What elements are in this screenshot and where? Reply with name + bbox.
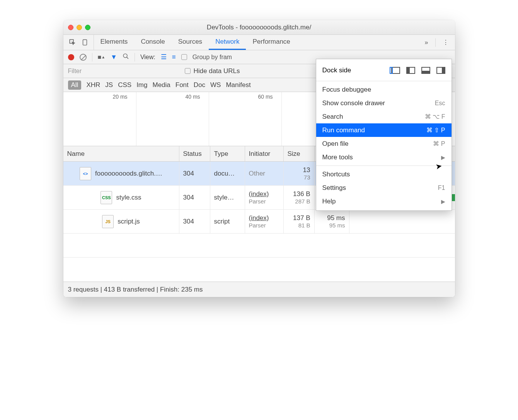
filter-icon[interactable]: ▼ — [111, 53, 117, 61]
col-name[interactable]: Name — [63, 146, 179, 161]
kebab-icon[interactable]: ⋮ — [443, 39, 449, 46]
dock-right-icon[interactable] — [436, 67, 445, 74]
camera-icon[interactable]: ■▲ — [98, 54, 106, 61]
chip-ws[interactable]: WS — [210, 81, 221, 89]
tab-console[interactable]: Console — [134, 35, 171, 50]
menu-item-more-tools[interactable]: More tools▶ — [316, 150, 452, 164]
menu-shortcut: ⌘ ⌥ F — [425, 113, 445, 120]
dock-label: Dock side — [322, 67, 351, 74]
file-icon: <> — [80, 167, 91, 180]
cell-type: script — [210, 210, 245, 233]
cell-type: style… — [210, 186, 245, 209]
table-row[interactable]: JSscript.js304script(index)Parser137 B81… — [63, 210, 455, 234]
hide-urls-label: Hide data URLs — [194, 67, 240, 75]
chip-img[interactable]: Img — [136, 81, 147, 89]
menu-item-show-console-drawer[interactable]: Show console drawerEsc — [316, 96, 452, 110]
view-label: View: — [140, 54, 155, 61]
chip-media[interactable]: Media — [152, 81, 170, 89]
cell-initiator: (index)Parser — [245, 210, 284, 233]
view-large-icon[interactable]: ☰ — [161, 53, 167, 61]
menu-label: More tools — [322, 154, 353, 161]
titlebar[interactable]: DevTools - fooooooooods.glitch.me/ — [63, 20, 455, 35]
menu-item-search[interactable]: Search⌘ ⌥ F — [316, 110, 452, 123]
main-tabs: ElementsConsoleSourcesNetworkPerformance… — [63, 35, 455, 50]
divider — [435, 38, 436, 47]
file-name: fooooooooods.glitch.… — [95, 170, 162, 178]
menu-shortcut: ⌘ ⇧ P — [426, 126, 445, 134]
context-menu: Dock side Focus debuggeeShow console dra… — [316, 59, 452, 211]
chip-manifest[interactable]: Manifest — [226, 81, 250, 89]
filter-input[interactable] — [63, 64, 185, 78]
svg-point-2 — [123, 54, 127, 58]
view-small-icon[interactable]: ≡ — [172, 53, 176, 61]
menu-item-run-command[interactable]: Run command⌘ ⇧ P — [316, 123, 452, 137]
menu-item-shortcuts[interactable]: Shortcuts — [316, 167, 452, 181]
cell-waterfall — [349, 210, 455, 233]
menu-shortcut: F1 — [438, 184, 445, 191]
cell-size: 137 B81 B — [284, 210, 315, 233]
menu-shortcut: ▶ — [441, 154, 445, 160]
svg-rect-1 — [83, 39, 87, 45]
inspect-icon[interactable] — [69, 39, 76, 46]
cell-type: docu… — [210, 162, 245, 185]
menu-label: Focus debuggee — [322, 86, 371, 94]
devtools-window: DevTools - fooooooooods.glitch.me/ Eleme… — [63, 20, 455, 297]
dock-bottom-icon[interactable] — [421, 67, 430, 74]
device-icon[interactable] — [82, 39, 88, 46]
menu-separator — [316, 81, 452, 81]
cell-status: 304 — [179, 162, 210, 185]
menu-item-open-file[interactable]: Open file⌘ P — [316, 137, 452, 150]
col-size[interactable]: Size — [284, 146, 315, 161]
menu-shortcut: ⌘ P — [433, 140, 445, 147]
col-status[interactable]: Status — [179, 146, 210, 161]
group-checkbox[interactable] — [181, 54, 187, 60]
cell-size: 136 B287 B — [284, 186, 315, 209]
menu-shortcut: ▶ — [441, 198, 445, 205]
cell-initiator: Other — [245, 162, 284, 185]
svg-rect-0 — [70, 39, 73, 43]
hide-urls-checkbox[interactable] — [185, 68, 191, 74]
chip-css[interactable]: CSS — [118, 81, 131, 89]
empty-row — [63, 258, 455, 282]
tab-network[interactable]: Network — [209, 35, 246, 50]
menu-label: Run command — [322, 126, 365, 134]
chip-font[interactable]: Font — [176, 81, 189, 89]
menu-item-focus-debuggee[interactable]: Focus debuggee — [316, 83, 452, 96]
file-name: script.js — [118, 218, 140, 225]
search-icon[interactable] — [123, 53, 129, 61]
status-bar: 3 requests | 413 B transferred | Finish:… — [63, 282, 455, 297]
col-type[interactable]: Type — [210, 146, 245, 161]
chip-all[interactable]: All — [68, 80, 82, 90]
menu-item-settings[interactable]: SettingsF1 — [316, 181, 452, 195]
chip-js[interactable]: JS — [105, 81, 113, 89]
tab-sources[interactable]: Sources — [172, 35, 209, 50]
col-initiator[interactable]: Initiator — [245, 146, 284, 161]
zoom-icon[interactable] — [85, 25, 90, 30]
menu-shortcut: Esc — [435, 100, 445, 107]
tick: 40 ms — [186, 94, 200, 100]
tab-elements[interactable]: Elements — [94, 35, 135, 50]
record-icon[interactable] — [68, 54, 74, 60]
cell-initiator: (index)Parser — [245, 186, 284, 209]
empty-row — [63, 234, 455, 258]
chip-doc[interactable]: Doc — [194, 81, 205, 89]
clear-icon[interactable] — [80, 54, 87, 61]
dock-left-icon[interactable] — [406, 67, 415, 74]
menu-separator — [316, 166, 452, 166]
menu-label: Settings — [322, 184, 346, 192]
cell-size: 1373 — [284, 162, 315, 185]
traffic-lights — [68, 25, 90, 30]
dock-undock-icon[interactable] — [391, 67, 400, 74]
tab-performance[interactable]: Performance — [246, 35, 296, 50]
menu-item-help[interactable]: Help▶ — [316, 195, 452, 208]
tick: 20 ms — [113, 94, 128, 100]
cell-status: 304 — [179, 210, 210, 233]
menu-label: Search — [322, 113, 343, 121]
more-tabs-icon[interactable]: » — [425, 39, 428, 46]
dock-side-row: Dock side — [316, 61, 452, 79]
chip-xhr[interactable]: XHR — [86, 81, 100, 89]
group-label: Group by fram — [193, 54, 232, 61]
minimize-icon[interactable] — [77, 25, 82, 30]
close-icon[interactable] — [68, 25, 73, 30]
file-icon: CSS — [101, 191, 112, 204]
